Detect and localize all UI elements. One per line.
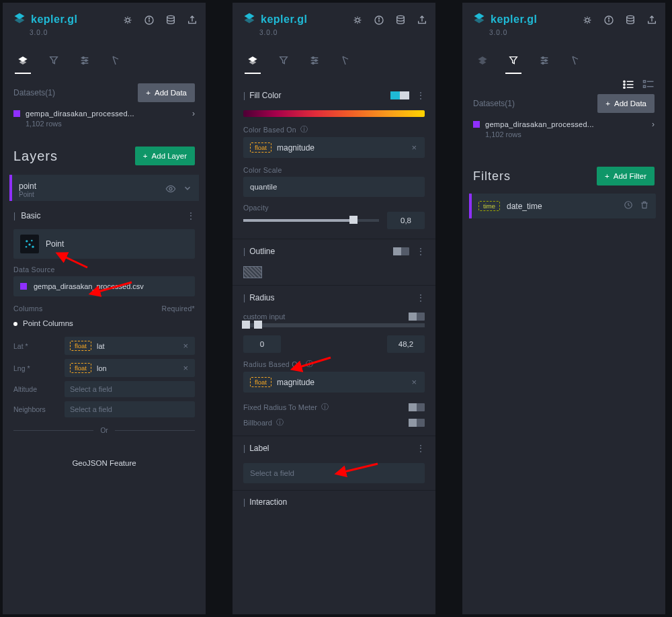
opacity-slider[interactable] <box>243 219 379 222</box>
radius-min[interactable]: 0 <box>243 335 281 353</box>
dataset-rows: 1,102 rows <box>3 120 206 128</box>
plus-icon: + <box>146 89 151 97</box>
tab-filters[interactable] <box>47 50 60 73</box>
filter-card[interactable]: time date_time <box>472 194 656 218</box>
panel-view-icon[interactable] <box>642 79 655 89</box>
columns-label: Columns <box>13 304 43 313</box>
info-icon[interactable]: ⓘ <box>306 360 313 369</box>
tab-basemap[interactable] <box>109 50 122 73</box>
svg-marker-35 <box>474 17 485 24</box>
filter-type-chip: time <box>478 201 500 211</box>
altitude-field[interactable]: Select a field <box>65 381 195 397</box>
more-icon[interactable]: ⋮ <box>186 210 195 221</box>
clock-icon[interactable] <box>624 200 633 212</box>
info-icon[interactable] <box>144 15 155 28</box>
trash-icon[interactable] <box>640 200 649 212</box>
svg-point-31 <box>312 63 314 65</box>
info-icon[interactable]: ⓘ <box>276 417 284 427</box>
layers-title: Layers <box>13 149 58 164</box>
color-field-select[interactable]: floatmagnitude × <box>243 137 425 158</box>
info-icon[interactable]: ⓘ <box>300 125 308 134</box>
billboard-toggle[interactable] <box>409 419 425 427</box>
share-icon[interactable] <box>417 15 427 28</box>
point-columns-toggle[interactable]: Point Columns <box>13 319 195 327</box>
bug-icon[interactable] <box>352 15 363 28</box>
share-icon[interactable] <box>187 15 198 28</box>
label-field-select[interactable]: Select a field <box>243 463 425 483</box>
svg-point-46 <box>624 81 625 82</box>
lng-field[interactable]: floatlon × <box>65 359 195 377</box>
fill-color-section: |Fill Color ⋮ <box>233 83 435 108</box>
add-data-button[interactable]: + Add Data <box>138 83 195 102</box>
bug-icon[interactable] <box>122 15 133 28</box>
fixed-radius-toggle[interactable] <box>409 403 425 411</box>
more-icon[interactable]: ⋮ <box>416 292 425 303</box>
basic-label: Basic <box>21 211 40 220</box>
tab-interactions[interactable] <box>538 50 551 73</box>
color-swatches[interactable] <box>390 91 409 99</box>
radius-field-select[interactable]: floatmagnitude × <box>243 372 425 393</box>
tab-basemap[interactable] <box>339 50 352 73</box>
outline-toggle[interactable] <box>393 247 409 255</box>
tab-layers[interactable] <box>16 50 30 73</box>
neighbors-field[interactable]: Select a field <box>65 401 195 417</box>
database-icon[interactable] <box>395 15 406 28</box>
share-icon[interactable] <box>646 15 657 28</box>
plus-icon: + <box>605 99 610 108</box>
more-icon[interactable]: ⋮ <box>416 443 425 454</box>
altitude-label: Altitude <box>13 385 58 393</box>
more-icon[interactable]: ⋮ <box>416 90 425 101</box>
opacity-value[interactable]: 0,8 <box>387 212 425 229</box>
clear-icon[interactable]: × <box>181 341 190 351</box>
dataset-row[interactable]: gempa_dirasakan_processed... › <box>3 102 206 120</box>
info-icon[interactable] <box>374 15 384 28</box>
svg-point-45 <box>542 63 544 65</box>
or-divider: Or <box>13 427 195 434</box>
bug-icon[interactable] <box>582 15 593 28</box>
dataset-row[interactable]: gempa_dirasakan_processed... › <box>462 113 665 130</box>
add-data-button[interactable]: + Add Data <box>597 94 655 113</box>
svg-marker-8 <box>19 60 27 65</box>
layer-name: point <box>19 181 36 191</box>
info-icon[interactable]: ⓘ <box>321 402 329 412</box>
brand-name: kepler.gl <box>261 13 307 26</box>
geojson-option[interactable]: GeoJSON Feature <box>13 444 195 482</box>
tab-filters[interactable] <box>277 50 290 73</box>
plus-icon: + <box>605 172 610 180</box>
more-icon[interactable]: ⋮ <box>416 246 425 257</box>
tab-layers[interactable] <box>246 50 259 73</box>
info-icon[interactable] <box>603 15 614 28</box>
logo-icon <box>243 12 255 26</box>
color-gradient[interactable] <box>243 110 425 117</box>
data-source-selector[interactable]: gempa_dirasakan_processed.csv <box>13 276 195 296</box>
database-icon[interactable] <box>625 15 636 28</box>
radius-range-slider[interactable] <box>243 323 425 327</box>
list-view-icon[interactable] <box>622 79 634 89</box>
add-filter-button[interactable]: + Add Filter <box>597 167 655 186</box>
radius-max[interactable]: 48,2 <box>387 335 425 353</box>
clear-icon[interactable]: × <box>181 363 190 373</box>
layer-card[interactable]: point Point <box>12 175 199 201</box>
lat-field[interactable]: floatlat × <box>65 337 195 355</box>
tab-filters[interactable] <box>507 50 520 73</box>
chevron-down-icon[interactable] <box>183 183 192 196</box>
clear-icon[interactable]: × <box>410 142 418 153</box>
database-icon[interactable] <box>165 15 176 28</box>
color-scale-select[interactable]: quantile <box>243 177 425 197</box>
svg-marker-42 <box>479 60 487 65</box>
tab-interactions[interactable] <box>78 50 91 73</box>
tab-layers[interactable] <box>476 50 489 73</box>
clear-icon[interactable]: × <box>410 377 418 387</box>
layer-type-selector[interactable]: Point <box>13 229 195 259</box>
svg-marker-21 <box>245 17 255 24</box>
svg-point-9 <box>83 57 85 59</box>
tab-interactions[interactable] <box>308 50 321 73</box>
custom-input-toggle[interactable] <box>409 313 425 321</box>
outline-swatch[interactable] <box>243 266 262 278</box>
visibility-icon[interactable] <box>165 183 176 196</box>
top-actions <box>582 15 657 28</box>
tab-basemap[interactable] <box>569 50 582 73</box>
datasets-header: Datasets(1) + Add Data <box>462 94 665 113</box>
add-layer-button[interactable]: + Add Layer <box>135 147 195 165</box>
svg-point-36 <box>585 18 589 22</box>
